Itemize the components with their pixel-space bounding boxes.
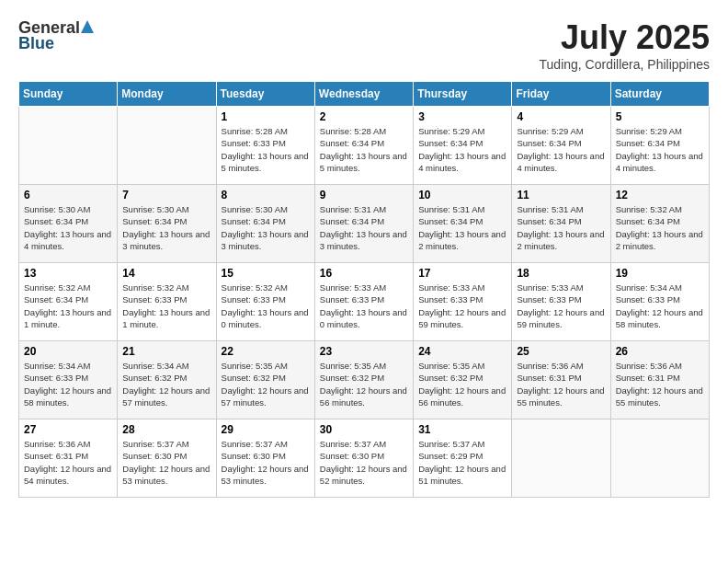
day-number: 26 bbox=[616, 345, 704, 358]
calendar-cell bbox=[512, 419, 610, 498]
calendar-cell: 2Sunrise: 5:28 AM Sunset: 6:34 PM Daylig… bbox=[314, 107, 413, 185]
day-number: 4 bbox=[517, 110, 605, 123]
day-number: 10 bbox=[418, 189, 506, 201]
day-number: 1 bbox=[222, 110, 310, 123]
calendar-cell bbox=[19, 107, 118, 185]
day-number: 24 bbox=[418, 345, 506, 358]
header-row: SundayMondayTuesdayWednesdayThursdayFrid… bbox=[19, 82, 710, 107]
calendar-cell: 11Sunrise: 5:31 AM Sunset: 6:34 PM Dayli… bbox=[512, 185, 610, 263]
logo-icon bbox=[81, 20, 94, 37]
header-sunday: Sunday bbox=[19, 82, 118, 107]
calendar-cell: 8Sunrise: 5:30 AM Sunset: 6:34 PM Daylig… bbox=[216, 185, 314, 263]
day-number: 5 bbox=[616, 110, 704, 123]
calendar-cell: 22Sunrise: 5:35 AM Sunset: 6:32 PM Dayli… bbox=[216, 341, 314, 419]
week-row-2: 13Sunrise: 5:32 AM Sunset: 6:34 PM Dayli… bbox=[19, 263, 710, 341]
day-info: Sunrise: 5:30 AM Sunset: 6:34 PM Dayligh… bbox=[222, 203, 310, 252]
day-info: Sunrise: 5:31 AM Sunset: 6:34 PM Dayligh… bbox=[517, 203, 605, 252]
title-area: July 2025 Tuding, Cordillera, Philippine… bbox=[540, 18, 710, 72]
day-number: 18 bbox=[517, 267, 605, 280]
day-number: 29 bbox=[222, 423, 310, 436]
calendar-cell: 12Sunrise: 5:32 AM Sunset: 6:34 PM Dayli… bbox=[610, 185, 709, 263]
week-row-0: 1Sunrise: 5:28 AM Sunset: 6:33 PM Daylig… bbox=[19, 107, 710, 185]
day-info: Sunrise: 5:33 AM Sunset: 6:33 PM Dayligh… bbox=[320, 282, 408, 330]
calendar-cell: 14Sunrise: 5:32 AM Sunset: 6:33 PM Dayli… bbox=[118, 263, 216, 341]
day-info: Sunrise: 5:34 AM Sunset: 6:33 PM Dayligh… bbox=[24, 360, 112, 408]
day-number: 9 bbox=[320, 189, 408, 201]
day-number: 7 bbox=[122, 189, 210, 201]
month-title: July 2025 bbox=[540, 18, 710, 57]
day-info: Sunrise: 5:29 AM Sunset: 6:34 PM Dayligh… bbox=[517, 125, 605, 174]
day-info: Sunrise: 5:29 AM Sunset: 6:34 PM Dayligh… bbox=[418, 125, 506, 174]
page-header: General Blue July 2025 Tuding, Cordiller… bbox=[18, 18, 710, 72]
header-thursday: Thursday bbox=[414, 82, 512, 107]
day-number: 27 bbox=[24, 423, 112, 436]
calendar-cell: 20Sunrise: 5:34 AM Sunset: 6:33 PM Dayli… bbox=[19, 341, 118, 419]
location-title: Tuding, Cordillera, Philippines bbox=[540, 57, 710, 72]
day-number: 22 bbox=[222, 345, 310, 358]
day-info: Sunrise: 5:35 AM Sunset: 6:32 PM Dayligh… bbox=[320, 360, 408, 408]
day-number: 28 bbox=[122, 423, 210, 436]
day-info: Sunrise: 5:31 AM Sunset: 6:34 PM Dayligh… bbox=[320, 203, 408, 252]
calendar-cell: 16Sunrise: 5:33 AM Sunset: 6:33 PM Dayli… bbox=[314, 263, 413, 341]
header-friday: Friday bbox=[512, 82, 610, 107]
day-info: Sunrise: 5:37 AM Sunset: 6:30 PM Dayligh… bbox=[320, 438, 408, 487]
day-info: Sunrise: 5:29 AM Sunset: 6:34 PM Dayligh… bbox=[616, 125, 704, 174]
calendar-cell: 17Sunrise: 5:33 AM Sunset: 6:33 PM Dayli… bbox=[414, 263, 512, 341]
calendar-cell: 27Sunrise: 5:36 AM Sunset: 6:31 PM Dayli… bbox=[19, 419, 118, 498]
day-info: Sunrise: 5:37 AM Sunset: 6:30 PM Dayligh… bbox=[122, 438, 210, 487]
calendar-cell: 24Sunrise: 5:35 AM Sunset: 6:32 PM Dayli… bbox=[414, 341, 512, 419]
day-info: Sunrise: 5:36 AM Sunset: 6:31 PM Dayligh… bbox=[24, 438, 112, 487]
calendar-cell: 4Sunrise: 5:29 AM Sunset: 6:34 PM Daylig… bbox=[512, 107, 610, 185]
calendar-cell: 28Sunrise: 5:37 AM Sunset: 6:30 PM Dayli… bbox=[118, 419, 216, 498]
day-info: Sunrise: 5:32 AM Sunset: 6:33 PM Dayligh… bbox=[122, 282, 210, 330]
day-number: 11 bbox=[517, 189, 605, 201]
day-info: Sunrise: 5:32 AM Sunset: 6:34 PM Dayligh… bbox=[24, 282, 112, 330]
day-info: Sunrise: 5:35 AM Sunset: 6:32 PM Dayligh… bbox=[418, 360, 506, 408]
calendar-table: SundayMondayTuesdayWednesdayThursdayFrid… bbox=[18, 81, 710, 498]
calendar-cell bbox=[118, 107, 216, 185]
day-info: Sunrise: 5:28 AM Sunset: 6:33 PM Dayligh… bbox=[222, 125, 310, 174]
calendar-cell: 21Sunrise: 5:34 AM Sunset: 6:32 PM Dayli… bbox=[118, 341, 216, 419]
day-number: 12 bbox=[616, 189, 704, 201]
calendar-cell: 25Sunrise: 5:36 AM Sunset: 6:31 PM Dayli… bbox=[512, 341, 610, 419]
calendar-cell bbox=[610, 419, 709, 498]
calendar-cell: 5Sunrise: 5:29 AM Sunset: 6:34 PM Daylig… bbox=[610, 107, 709, 185]
day-info: Sunrise: 5:28 AM Sunset: 6:34 PM Dayligh… bbox=[320, 125, 408, 174]
week-row-3: 20Sunrise: 5:34 AM Sunset: 6:33 PM Dayli… bbox=[19, 341, 710, 419]
calendar-cell: 6Sunrise: 5:30 AM Sunset: 6:34 PM Daylig… bbox=[19, 185, 118, 263]
day-info: Sunrise: 5:35 AM Sunset: 6:32 PM Dayligh… bbox=[222, 360, 310, 408]
day-info: Sunrise: 5:33 AM Sunset: 6:33 PM Dayligh… bbox=[517, 282, 605, 330]
day-number: 31 bbox=[418, 423, 506, 436]
day-info: Sunrise: 5:34 AM Sunset: 6:32 PM Dayligh… bbox=[122, 360, 210, 408]
calendar-cell: 9Sunrise: 5:31 AM Sunset: 6:34 PM Daylig… bbox=[314, 185, 413, 263]
week-row-4: 27Sunrise: 5:36 AM Sunset: 6:31 PM Dayli… bbox=[19, 419, 710, 498]
day-number: 25 bbox=[517, 345, 605, 358]
calendar-cell: 23Sunrise: 5:35 AM Sunset: 6:32 PM Dayli… bbox=[314, 341, 413, 419]
day-number: 15 bbox=[222, 267, 310, 280]
calendar-cell: 1Sunrise: 5:28 AM Sunset: 6:33 PM Daylig… bbox=[216, 107, 314, 185]
calendar-cell: 29Sunrise: 5:37 AM Sunset: 6:30 PM Dayli… bbox=[216, 419, 314, 498]
header-tuesday: Tuesday bbox=[216, 82, 314, 107]
calendar-cell: 13Sunrise: 5:32 AM Sunset: 6:34 PM Dayli… bbox=[19, 263, 118, 341]
calendar-cell: 7Sunrise: 5:30 AM Sunset: 6:34 PM Daylig… bbox=[118, 185, 216, 263]
day-number: 3 bbox=[418, 110, 506, 123]
day-info: Sunrise: 5:36 AM Sunset: 6:31 PM Dayligh… bbox=[616, 360, 704, 408]
day-number: 2 bbox=[320, 110, 408, 123]
day-info: Sunrise: 5:36 AM Sunset: 6:31 PM Dayligh… bbox=[517, 360, 605, 408]
svg-marker-0 bbox=[81, 20, 94, 33]
day-number: 19 bbox=[616, 267, 704, 280]
day-number: 8 bbox=[222, 189, 310, 201]
calendar-cell: 26Sunrise: 5:36 AM Sunset: 6:31 PM Dayli… bbox=[610, 341, 709, 419]
day-info: Sunrise: 5:33 AM Sunset: 6:33 PM Dayligh… bbox=[418, 282, 506, 330]
day-number: 17 bbox=[418, 267, 506, 280]
calendar-cell: 15Sunrise: 5:32 AM Sunset: 6:33 PM Dayli… bbox=[216, 263, 314, 341]
day-info: Sunrise: 5:32 AM Sunset: 6:33 PM Dayligh… bbox=[222, 282, 310, 330]
header-wednesday: Wednesday bbox=[314, 82, 413, 107]
calendar-cell: 18Sunrise: 5:33 AM Sunset: 6:33 PM Dayli… bbox=[512, 263, 610, 341]
day-info: Sunrise: 5:34 AM Sunset: 6:33 PM Dayligh… bbox=[616, 282, 704, 330]
calendar-cell: 3Sunrise: 5:29 AM Sunset: 6:34 PM Daylig… bbox=[414, 107, 512, 185]
calendar-cell: 30Sunrise: 5:37 AM Sunset: 6:30 PM Dayli… bbox=[314, 419, 413, 498]
day-number: 21 bbox=[122, 345, 210, 358]
calendar-cell: 19Sunrise: 5:34 AM Sunset: 6:33 PM Dayli… bbox=[610, 263, 709, 341]
day-number: 30 bbox=[320, 423, 408, 436]
